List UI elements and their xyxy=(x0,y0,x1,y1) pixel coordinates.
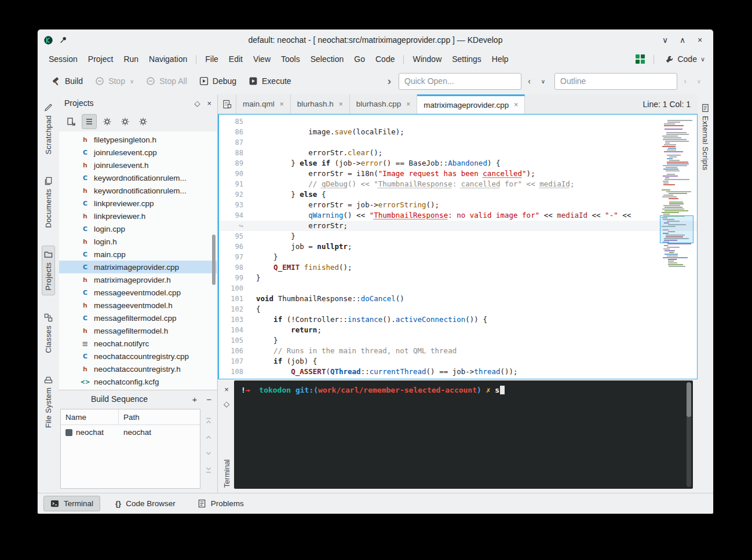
code-line[interactable]: 98 Q_EMIT finished(); xyxy=(219,262,697,273)
code-line[interactable]: 91 // qDebug() << "ThumbnailResponse: ca… xyxy=(219,179,697,189)
editor-tab-blurhash-cpp[interactable]: blurhash.cpp× xyxy=(350,94,417,114)
column-header-name[interactable]: Name xyxy=(61,409,119,424)
debug-button[interactable]: Debug xyxy=(194,73,242,89)
code-line[interactable]: 109 job->abandon(); xyxy=(219,377,697,379)
code-line[interactable]: 93 errorStr = job->errorString(); xyxy=(219,200,697,210)
tab-close-icon[interactable]: × xyxy=(406,100,410,108)
tree-item[interactable]: ≡neochat.notifyrc xyxy=(59,337,217,350)
editor-tab-main-qml[interactable]: main.qml× xyxy=(236,94,291,114)
outline-next-button[interactable]: › xyxy=(679,74,691,89)
stop-all-button[interactable]: Stop All xyxy=(141,73,192,89)
menu-tools[interactable]: Tools xyxy=(276,53,305,65)
statusbar-tab-code-browser[interactable]: {}Code Browser xyxy=(108,496,182,511)
tree-item[interactable]: Cmatriximageprovider.cpp xyxy=(59,261,217,273)
menu-edit[interactable]: Edit xyxy=(224,53,248,65)
code-line[interactable]: 89 } else if (job->error() == BaseJob::A… xyxy=(219,158,697,169)
code-line[interactable]: 90 errorStr = i18n("Image request has be… xyxy=(219,169,697,179)
code-line[interactable]: 99} xyxy=(219,273,697,283)
menu-navigation[interactable]: Navigation xyxy=(144,53,192,65)
close-panel-icon[interactable]: × xyxy=(207,99,211,108)
terminal-close-icon[interactable]: × xyxy=(224,385,229,394)
menu-window[interactable]: Window xyxy=(407,53,447,65)
tree-item[interactable]: Cjoinrulesevent.cpp xyxy=(59,146,217,159)
window-close-button[interactable]: × xyxy=(692,33,707,47)
menu-settings[interactable]: Settings xyxy=(447,53,487,65)
menu-selection[interactable]: Selection xyxy=(305,53,349,65)
terminal-float-icon[interactable]: ◇ xyxy=(224,400,229,408)
menu-run[interactable]: Run xyxy=(118,53,144,65)
code-line[interactable]: 88 errorStr.clear(); xyxy=(219,148,697,158)
code-line[interactable]: 101void ThumbnailResponse::doCancel() xyxy=(219,294,697,304)
menu-view[interactable]: View xyxy=(248,53,276,65)
area-switcher-icon[interactable] xyxy=(636,54,645,64)
area-selector[interactable]: Code ∨ xyxy=(663,53,707,65)
tree-item[interactable]: hkeywordnotificationrulem... xyxy=(59,184,217,197)
code-line[interactable]: 103 if (!Controller::instance().activeCo… xyxy=(219,314,697,325)
menu-code[interactable]: Code xyxy=(370,53,400,65)
tab-close-icon[interactable]: × xyxy=(514,101,518,109)
pin-icon[interactable] xyxy=(59,36,67,44)
minimap-scrollbar[interactable] xyxy=(661,118,692,268)
sidebar-tab-projects[interactable]: Projects xyxy=(42,246,55,295)
titlebar[interactable]: default: neochat - [ neochat:src/matrixi… xyxy=(38,30,713,50)
stop-button[interactable]: Stop ∨ xyxy=(90,73,139,89)
window-minimize-button[interactable]: ∨ xyxy=(658,33,673,47)
menu-session[interactable]: Session xyxy=(43,53,83,65)
menu-file[interactable]: File xyxy=(200,53,224,65)
build-button[interactable]: Build xyxy=(46,73,88,90)
quickopen-dropdown-button[interactable]: ∨ xyxy=(537,74,549,89)
sidebar-tab-file-system[interactable]: File System xyxy=(42,371,54,432)
float-panel-icon[interactable]: ◇ xyxy=(194,99,200,108)
code-line[interactable]: 104 return; xyxy=(219,325,697,335)
code-line[interactable]: 92 } else { xyxy=(219,189,697,200)
quick-open-input[interactable] xyxy=(399,73,521,90)
clean-selection-icon[interactable] xyxy=(136,114,151,129)
statusbar-tab-terminal[interactable]: Terminal xyxy=(43,496,100,511)
tree-item[interactable]: Clinkpreviewer.cpp xyxy=(59,197,217,210)
tree-item[interactable]: hmatriximageprovider.h xyxy=(59,273,217,286)
code-line[interactable]: 108 Q_ASSERT(QThread::currentThread() ==… xyxy=(219,367,697,377)
sidebar-tab-scratchpad[interactable]: Scratchpad xyxy=(42,99,54,159)
code-line[interactable]: 102{ xyxy=(219,304,697,314)
locate-current-document-icon[interactable] xyxy=(64,114,79,129)
tree-item[interactable]: hfiletypesingleton.h xyxy=(59,133,217,146)
editor-tab-blurhash-h[interactable]: blurhash.h× xyxy=(291,94,350,114)
tree-item[interactable]: Cneochataccountregistry.cpp xyxy=(59,350,217,363)
sidebar-tab-external-scripts[interactable]: External Scripts xyxy=(700,100,711,174)
tree-item[interactable]: hneochataccountregistry.h xyxy=(59,363,217,375)
execute-button[interactable]: Execute xyxy=(243,73,297,89)
code-line[interactable]: 95 } xyxy=(219,231,697,241)
move-top-button[interactable] xyxy=(205,417,213,425)
statusbar-tab-problems[interactable]: Problems xyxy=(191,496,251,511)
menu-project[interactable]: Project xyxy=(83,53,119,65)
code-editor[interactable]: 8586 image.save(localFile);8788 errorStr… xyxy=(218,114,698,379)
tree-item[interactable]: hmessageeventmodel.h xyxy=(59,299,217,312)
tab-close-icon[interactable]: × xyxy=(339,100,343,108)
install-selection-icon[interactable] xyxy=(118,114,133,129)
remove-target-button[interactable]: − xyxy=(206,394,211,404)
code-line[interactable]: 106 // Runs in the main thread, not QML … xyxy=(219,346,697,356)
tree-item[interactable]: Cmessagefiltermodel.cpp xyxy=(59,312,217,324)
tree-item[interactable]: hjoinrulesevent.h xyxy=(59,159,217,171)
quickopen-prev-button[interactable]: ‹ xyxy=(523,74,535,89)
menu-help[interactable]: Help xyxy=(487,53,514,65)
document-switcher-icon[interactable] xyxy=(218,94,236,114)
move-down-button[interactable] xyxy=(205,449,213,457)
build-sequence-row[interactable]: neochatneochat xyxy=(61,425,200,440)
code-line[interactable]: ↪ errorStr; xyxy=(219,221,697,231)
tree-item[interactable]: Cmessageeventmodel.cpp xyxy=(59,286,217,299)
code-line[interactable]: 96 job = nullptr; xyxy=(219,241,697,252)
toolbar-overflow-icon[interactable]: › xyxy=(382,75,397,87)
tree-item[interactable]: hlogin.h xyxy=(59,235,217,248)
build-selection-icon[interactable] xyxy=(100,114,115,129)
add-target-button[interactable]: + xyxy=(192,394,197,404)
outline-input[interactable] xyxy=(554,73,677,90)
move-bottom-button[interactable] xyxy=(205,466,213,474)
minimap-viewport[interactable] xyxy=(660,215,693,243)
sidebar-tab-classes[interactable]: Classes xyxy=(42,309,54,357)
code-line[interactable]: 97 } xyxy=(219,252,697,262)
tab-close-icon[interactable]: × xyxy=(280,100,284,108)
code-line[interactable]: 107 if (job) { xyxy=(219,356,697,367)
tree-scrollbar[interactable] xyxy=(212,235,216,285)
move-up-button[interactable] xyxy=(205,433,213,441)
